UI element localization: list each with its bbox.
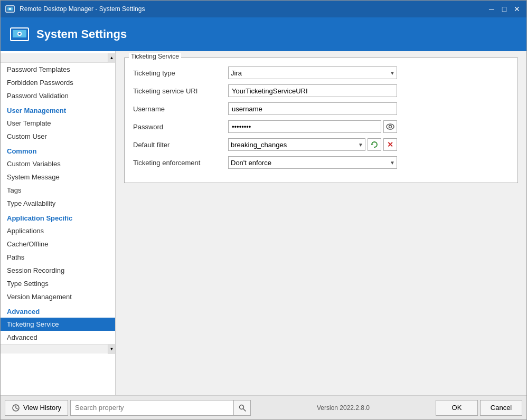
header-title: System Settings bbox=[36, 27, 127, 41]
title-bar: Remote Desktop Manager - System Settings… bbox=[1, 1, 526, 17]
default-filter-select-wrapper: breaking_changes ▼ bbox=[228, 138, 365, 151]
sidebar-item-tags[interactable]: Tags bbox=[1, 184, 115, 197]
password-row: Password bbox=[133, 120, 509, 133]
sidebar-item-ticketing-service[interactable]: Ticketing Service bbox=[1, 318, 115, 331]
search-property-input[interactable] bbox=[70, 400, 234, 416]
password-input[interactable] bbox=[228, 120, 381, 133]
footer-search-container bbox=[70, 400, 251, 416]
sidebar-item-version-management[interactable]: Version Management bbox=[1, 290, 115, 303]
svg-point-8 bbox=[389, 126, 392, 128]
sidebar-category-common: Common bbox=[1, 143, 115, 157]
ticketing-type-select[interactable]: Jira bbox=[228, 66, 397, 79]
enforcement-select[interactable]: Don't enforce bbox=[228, 156, 397, 169]
minimize-button[interactable]: ─ bbox=[486, 4, 497, 14]
main-content: ▲ Password Templates Forbidden Passwords… bbox=[1, 51, 526, 395]
sidebar-category-user-management: User Management bbox=[1, 102, 115, 117]
ok-button[interactable]: OK bbox=[436, 400, 478, 416]
sidebar-item-paths[interactable]: Paths bbox=[1, 251, 115, 264]
default-filter-control: breaking_changes ▼ ✕ bbox=[228, 138, 397, 151]
group-box-title: Ticketing Service bbox=[129, 53, 181, 60]
sidebar-item-password-templates[interactable]: Password Templates bbox=[1, 63, 115, 76]
show-password-button[interactable] bbox=[383, 120, 397, 133]
footer: View History Version 2022.2.8.0 OK Cance… bbox=[1, 395, 526, 419]
password-control bbox=[228, 120, 397, 133]
title-bar-controls: ─ □ ✕ bbox=[486, 4, 522, 14]
svg-point-6 bbox=[18, 33, 21, 35]
sidebar-item-advanced[interactable]: Advanced bbox=[1, 331, 115, 344]
sidebar: ▲ Password Templates Forbidden Passwords… bbox=[1, 51, 116, 395]
sidebar-item-session-recording[interactable]: Session Recording bbox=[1, 264, 115, 277]
sidebar-category-application-specific: Application Specific bbox=[1, 210, 115, 224]
svg-point-2 bbox=[9, 8, 11, 10]
username-row: Username bbox=[133, 102, 509, 115]
svg-line-12 bbox=[243, 408, 246, 411]
ticketing-type-label: Ticketing type bbox=[133, 69, 228, 77]
search-icon bbox=[239, 404, 246, 412]
sidebar-item-user-template[interactable]: User Template bbox=[1, 117, 115, 130]
sidebar-scroll-down[interactable]: ▼ bbox=[108, 345, 115, 354]
view-history-button[interactable]: View History bbox=[5, 400, 68, 416]
view-history-label: View History bbox=[23, 404, 61, 412]
default-filter-row: Default filter breaking_changes ▼ bbox=[133, 138, 509, 151]
svg-point-7 bbox=[387, 124, 394, 129]
sidebar-item-cache-offline[interactable]: Cache/Offline bbox=[1, 237, 115, 251]
enforcement-select-wrapper: Don't enforce ▼ bbox=[228, 156, 397, 169]
sidebar-scroll-up[interactable]: ▲ bbox=[108, 53, 115, 63]
search-submit-button[interactable] bbox=[234, 400, 251, 416]
default-filter-label: Default filter bbox=[133, 141, 228, 149]
sidebar-item-forbidden-passwords[interactable]: Forbidden Passwords bbox=[1, 76, 115, 89]
enforcement-control: Don't enforce ▼ bbox=[228, 156, 397, 169]
sidebar-item-type-settings[interactable]: Type Settings bbox=[1, 277, 115, 290]
footer-version: Version 2022.2.8.0 bbox=[253, 404, 434, 412]
sidebar-category-advanced: Advanced bbox=[1, 303, 115, 318]
maximize-button[interactable]: □ bbox=[499, 4, 510, 14]
username-control bbox=[228, 102, 397, 115]
eye-icon bbox=[386, 123, 394, 130]
sidebar-item-password-validation[interactable]: Password Validation bbox=[1, 89, 115, 102]
header-icon bbox=[9, 24, 30, 45]
username-label: Username bbox=[133, 105, 228, 113]
history-icon bbox=[12, 404, 20, 412]
sidebar-item-custom-user[interactable]: Custom User bbox=[1, 130, 115, 143]
default-filter-select[interactable]: breaking_changes bbox=[228, 138, 365, 151]
ticketing-service-group: Ticketing Service Ticketing type Jira ▼ bbox=[124, 58, 518, 183]
service-uri-label: Ticketing service URI bbox=[133, 87, 228, 95]
service-uri-control bbox=[228, 84, 397, 97]
refresh-icon bbox=[371, 141, 378, 148]
main-window: Remote Desktop Manager - System Settings… bbox=[0, 0, 527, 420]
clear-filter-button[interactable]: ✕ bbox=[383, 138, 397, 151]
ticketing-type-row: Ticketing type Jira ▼ bbox=[133, 66, 509, 79]
ticketing-type-select-wrapper: Jira ▼ bbox=[228, 66, 397, 79]
footer-actions: OK Cancel bbox=[436, 400, 522, 416]
sidebar-item-system-message[interactable]: System Message bbox=[1, 170, 115, 184]
service-uri-row: Ticketing service URI bbox=[133, 84, 509, 97]
enforcement-row: Ticketing enforcement Don't enforce ▼ bbox=[133, 156, 509, 169]
username-input[interactable] bbox=[228, 102, 397, 115]
sidebar-item-type-availability[interactable]: Type Availability bbox=[1, 197, 115, 210]
sidebar-item-custom-variables[interactable]: Custom Variables bbox=[1, 157, 115, 170]
clear-icon: ✕ bbox=[387, 140, 393, 149]
app-icon bbox=[5, 4, 15, 14]
title-bar-text: Remote Desktop Manager - System Settings bbox=[20, 5, 486, 13]
cancel-button[interactable]: Cancel bbox=[480, 400, 522, 416]
close-button[interactable]: ✕ bbox=[512, 4, 522, 14]
sidebar-item-applications[interactable]: Applications bbox=[1, 224, 115, 237]
ticketing-type-control: Jira ▼ bbox=[228, 66, 397, 79]
content-area: Ticketing Service Ticketing type Jira ▼ bbox=[116, 51, 526, 395]
password-label: Password bbox=[133, 123, 228, 131]
app-header: System Settings bbox=[1, 17, 526, 51]
enforcement-label: Ticketing enforcement bbox=[133, 159, 228, 167]
refresh-filter-button[interactable] bbox=[368, 138, 381, 151]
service-uri-input[interactable] bbox=[228, 84, 397, 97]
